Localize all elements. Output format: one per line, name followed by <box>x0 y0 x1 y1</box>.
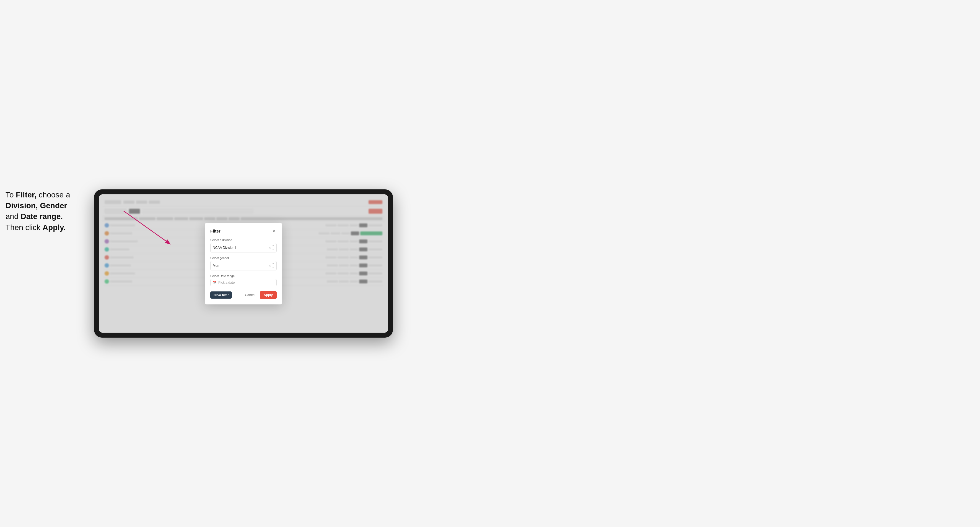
modal-header: Filter × <box>210 229 277 234</box>
division-value: NCAA Division I <box>213 246 269 250</box>
date-range-bold: Date range. <box>21 212 63 221</box>
instruction-line2: Division, Gender <box>6 201 67 210</box>
tablet-screen: Filter × Select a division NCAA Division… <box>99 194 388 333</box>
date-label: Select Date range <box>210 274 277 278</box>
cancel-button[interactable]: Cancel <box>243 291 257 299</box>
gender-clear-icon[interactable]: × <box>269 264 271 267</box>
gender-arrow-icon[interactable]: ⌃⌄ <box>272 263 274 269</box>
clear-filter-button[interactable]: Clear filter <box>210 291 232 298</box>
gender-label: Select gender <box>210 256 277 260</box>
filter-bold: Filter, <box>16 190 37 199</box>
gender-select[interactable]: Men × ⌃⌄ <box>210 261 277 270</box>
division-select-controls: × ⌃⌄ <box>269 245 274 251</box>
division-label: Select a division <box>210 238 277 242</box>
division-clear-icon[interactable]: × <box>269 246 271 249</box>
gender-form-group: Select gender Men × ⌃⌄ <box>210 256 277 270</box>
tablet-container: Filter × Select a division NCAA Division… <box>94 189 393 338</box>
date-placeholder: Pick a date <box>218 281 235 284</box>
instruction-line3: and Date range. <box>6 212 63 221</box>
modal-title: Filter <box>210 229 221 233</box>
modal-close-button[interactable]: × <box>271 229 277 234</box>
division-select[interactable]: NCAA Division I × ⌃⌄ <box>210 243 277 252</box>
instruction-text: To Filter, choose a Division, Gender and… <box>6 189 83 233</box>
apply-bold: Apply. <box>43 223 65 232</box>
apply-button[interactable]: Apply <box>260 291 277 299</box>
calendar-icon: 📅 <box>213 281 216 284</box>
filter-modal: Filter × Select a division NCAA Division… <box>205 223 282 305</box>
date-form-group: Select Date range 📅 Pick a date <box>210 274 277 286</box>
date-picker[interactable]: 📅 Pick a date <box>210 279 277 286</box>
instruction-line4: Then click Apply. <box>6 223 65 232</box>
page-wrapper: To Filter, choose a Division, Gender and… <box>6 189 393 338</box>
gender-select-controls: × ⌃⌄ <box>269 263 274 269</box>
division-arrow-icon[interactable]: ⌃⌄ <box>272 245 274 251</box>
instruction-line1: To Filter, choose a <box>6 190 70 199</box>
division-form-group: Select a division NCAA Division I × ⌃⌄ <box>210 238 277 252</box>
gender-value: Men <box>213 264 269 268</box>
modal-overlay: Filter × Select a division NCAA Division… <box>99 194 388 333</box>
modal-footer: Clear filter Cancel Apply <box>210 291 277 299</box>
